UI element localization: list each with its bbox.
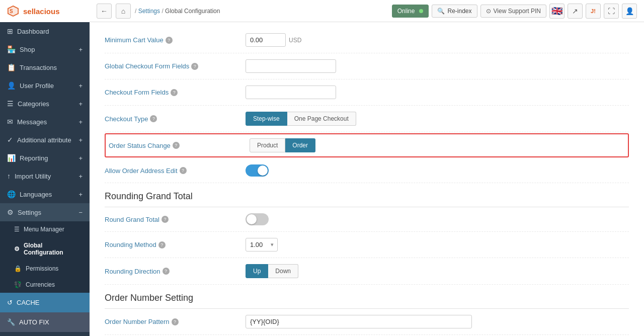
order-status-order-btn[interactable]: Order xyxy=(285,138,315,152)
checkout-type-btn-group: Step-wise One Page Checkout xyxy=(246,112,356,126)
joomla-button[interactable]: J! xyxy=(586,4,601,19)
sidebar-item-label: Categories xyxy=(18,100,49,108)
rounding-direction-help-icon[interactable]: ? xyxy=(163,268,170,275)
sidebar-sub-item-global-config[interactable]: ⚙ Global Configuration xyxy=(0,237,90,261)
main-area: ← ⌂ / Settings / Global Configuration On… xyxy=(90,0,644,336)
min-cart-input[interactable] xyxy=(246,33,286,47)
global-checkout-label: Global Checkout Form Fields ? xyxy=(105,62,246,70)
breadcrumb: / Settings / Global Configuration xyxy=(135,8,220,15)
reindex-icon: 🔍 xyxy=(437,8,445,15)
sidebar-item-additional-attribute[interactable]: ✓ Additional attribute + xyxy=(0,131,90,149)
sidebar-item-label: Languages xyxy=(20,191,52,198)
sidebar-item-categories[interactable]: ☰ Categories + xyxy=(0,95,90,113)
transactions-icon: 📋 xyxy=(7,63,16,71)
settings-icon: ⚙ xyxy=(7,208,14,216)
online-label: Online xyxy=(397,8,415,15)
expand-icon: + xyxy=(78,191,83,198)
sidebar-item-dashboard[interactable]: ⊞ Dashboard xyxy=(0,22,90,40)
global-checkout-help-icon[interactable]: ? xyxy=(191,63,198,70)
categories-icon: ☰ xyxy=(7,100,14,108)
checkout-form-input[interactable] xyxy=(246,86,336,99)
order-number-section-heading: Order Number Setting xyxy=(105,285,629,309)
content-area: Minimum Cart Value ? USD Global Checkout… xyxy=(90,22,644,336)
home-button[interactable]: ⌂ xyxy=(116,4,131,19)
round-grand-help-icon[interactable]: ? xyxy=(162,216,169,223)
sidebar-item-user-profile[interactable]: 👤 User Profile + xyxy=(0,76,90,95)
rounding-method-select-wrap: 1.00 0.50 0.10 ▾ xyxy=(246,238,278,251)
languages-icon: 🌐 xyxy=(7,190,16,198)
sidebar-item-settings[interactable]: ⚙ Settings − xyxy=(0,203,90,221)
round-grand-label: Round Grand Total ? xyxy=(105,216,246,223)
global-checkout-control xyxy=(246,59,629,73)
checkout-stepwise-btn[interactable]: Step-wise xyxy=(246,112,287,126)
external-link-button[interactable]: ↗ xyxy=(568,4,583,19)
sidebar-item-label: Additional attribute xyxy=(17,136,71,144)
online-button[interactable]: Online xyxy=(392,5,429,18)
breadcrumb-settings[interactable]: Settings xyxy=(138,8,160,15)
order-number-pattern-row: Order Number Pattern ? xyxy=(105,309,629,335)
global-checkout-row: Global Checkout Form Fields ? xyxy=(105,53,629,79)
checkout-form-help-icon[interactable]: ? xyxy=(171,89,178,96)
checkout-form-control xyxy=(246,86,629,99)
rounding-method-control: 1.00 0.50 0.10 ▾ xyxy=(246,238,629,251)
round-grand-control xyxy=(246,213,629,225)
sidebar-sub-item-currencies[interactable]: 💱 Currencies xyxy=(0,277,90,293)
sidebar-item-import-utility[interactable]: ↑ Import Utility + xyxy=(0,167,90,185)
rounding-down-btn[interactable]: Down xyxy=(268,264,298,278)
allow-address-toggle[interactable] xyxy=(246,164,269,177)
rounding-direction-btn-group: Up Down xyxy=(246,264,298,278)
rounding-method-select[interactable]: 1.00 0.50 0.10 xyxy=(246,238,278,251)
sidebar-item-label: User Profile xyxy=(20,82,54,90)
sidebar-item-shop[interactable]: 🏪 Shop + xyxy=(0,40,90,58)
documentation-link[interactable]: ▼ DOCUMENTATION xyxy=(0,332,90,336)
sidebar-item-transactions[interactable]: 📋 Transactions xyxy=(0,58,90,76)
sidebar-sub-item-menu-manager[interactable]: ☰ Menu Manager xyxy=(0,221,90,237)
settings-submenu: ☰ Menu Manager ⚙ Global Configuration 🔒 … xyxy=(0,221,90,293)
min-cart-row: Minimum Cart Value ? USD xyxy=(105,27,629,53)
rounding-direction-label: Rounding Direction ? xyxy=(105,268,246,275)
autofix-icon: 🔧 xyxy=(7,318,15,326)
order-number-pattern-input[interactable] xyxy=(246,315,472,328)
sidebar-item-label: Transactions xyxy=(20,64,57,71)
order-status-help-icon[interactable]: ? xyxy=(173,142,180,149)
global-checkout-input[interactable] xyxy=(246,59,336,73)
order-status-product-btn[interactable]: Product xyxy=(250,138,285,152)
expand-icon: + xyxy=(78,100,83,108)
reindex-button[interactable]: 🔍 Re-index xyxy=(432,5,477,18)
toggle-track xyxy=(246,164,269,177)
messages-icon: ✉ xyxy=(7,118,13,126)
sidebar: S sellacious ⊞ Dashboard 🏪 Shop + 📋 Tran… xyxy=(0,0,90,336)
autofix-button[interactable]: 🔧 AUTO FIX xyxy=(0,312,90,332)
shop-icon: 🏪 xyxy=(7,45,16,53)
order-number-pattern-help-icon[interactable]: ? xyxy=(172,318,179,325)
order-status-btn-group: Product Order xyxy=(250,138,315,152)
rounding-method-label: Rounding Method ? xyxy=(105,241,246,248)
sidebar-item-reporting[interactable]: 📊 Reporting + xyxy=(0,149,90,167)
checkout-onepage-btn[interactable]: One Page Checkout xyxy=(287,112,356,126)
min-cart-help-icon[interactable]: ? xyxy=(166,37,173,44)
user-button[interactable]: 👤 xyxy=(622,4,637,19)
back-button[interactable]: ← xyxy=(97,4,112,19)
round-grand-toggle[interactable] xyxy=(246,213,269,225)
rounding-method-help-icon[interactable]: ? xyxy=(158,241,166,248)
sidebar-item-languages[interactable]: 🌐 Languages + xyxy=(0,185,90,203)
menu-manager-icon: ☰ xyxy=(14,226,20,233)
rounding-method-row: Rounding Method ? 1.00 0.50 0.10 ▾ xyxy=(105,232,629,258)
support-icon: ⊙ xyxy=(486,8,491,15)
joomla-icon: J! xyxy=(591,8,596,14)
fullscreen-button[interactable]: ⛶ xyxy=(604,4,619,19)
support-pin-button[interactable]: ⊙ View Support PIN xyxy=(480,5,547,18)
user-profile-icon: 👤 xyxy=(7,81,16,90)
content-inner: Minimum Cart Value ? USD Global Checkout… xyxy=(90,22,644,336)
checkout-type-help-icon[interactable]: ? xyxy=(150,115,157,122)
sidebar-sub-item-permissions[interactable]: 🔒 Permissions xyxy=(0,261,90,277)
flag-button[interactable]: 🇬🇧 xyxy=(549,4,565,19)
cache-button[interactable]: ↺ CACHE xyxy=(0,293,90,312)
allow-address-help-icon[interactable]: ? xyxy=(180,167,187,174)
rounding-up-btn[interactable]: Up xyxy=(246,264,268,278)
sidebar-item-messages[interactable]: ✉ Messages + xyxy=(0,113,90,131)
breadcrumb-current: Global Configuration xyxy=(165,8,220,15)
expand-icon: + xyxy=(78,173,83,180)
reporting-icon: 📊 xyxy=(7,154,16,162)
additional-attr-icon: ✓ xyxy=(7,136,13,144)
